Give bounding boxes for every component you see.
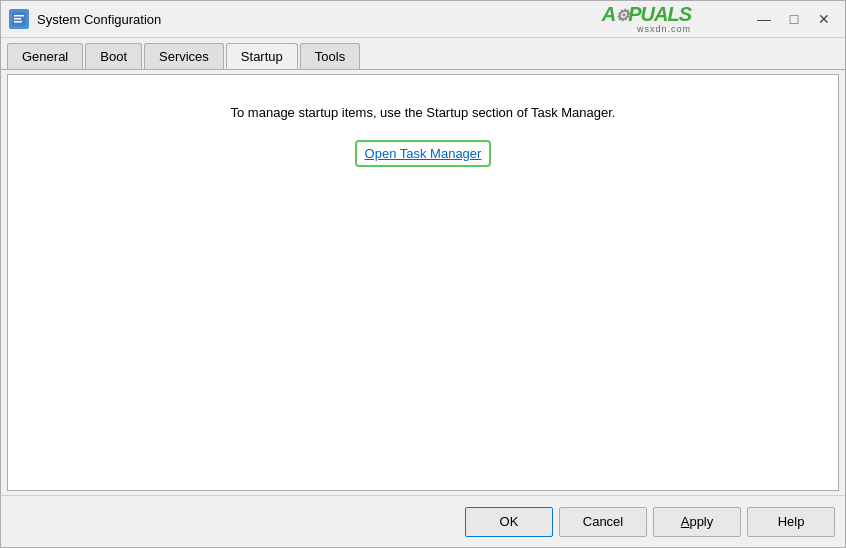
startup-info-text: To manage startup items, use the Startup… [231, 105, 616, 120]
system-configuration-window: System Configuration A⚙PUALS wsxdn.com —… [0, 0, 846, 548]
tab-services[interactable]: Services [144, 43, 224, 69]
svg-rect-3 [14, 21, 22, 23]
title-bar-controls: — □ ✕ [751, 6, 837, 32]
open-task-manager-wrapper: Open Task Manager [355, 140, 492, 167]
brand-sub: wsxdn.com [637, 25, 691, 35]
ok-button[interactable]: OK [465, 507, 553, 537]
open-task-manager-button[interactable]: Open Task Manager [365, 146, 482, 161]
window-title: System Configuration [37, 12, 161, 27]
tab-boot[interactable]: Boot [85, 43, 142, 69]
svg-rect-1 [14, 15, 24, 17]
apply-button[interactable]: Apply [653, 507, 741, 537]
tab-startup[interactable]: Startup [226, 43, 298, 69]
cancel-button[interactable]: Cancel [559, 507, 647, 537]
maximize-button[interactable]: □ [781, 6, 807, 32]
svg-rect-2 [14, 18, 21, 20]
tab-tools[interactable]: Tools [300, 43, 360, 69]
footer: OK Cancel Apply Help [1, 495, 845, 547]
title-bar: System Configuration A⚙PUALS wsxdn.com —… [1, 1, 845, 38]
tabs-bar: General Boot Services Startup Tools [1, 38, 845, 70]
brand-logo: A⚙PUALS [602, 3, 691, 25]
tab-general[interactable]: General [7, 43, 83, 69]
minimize-button[interactable]: — [751, 6, 777, 32]
close-button[interactable]: ✕ [811, 6, 837, 32]
tab-content-startup: To manage startup items, use the Startup… [7, 74, 839, 491]
app-icon [9, 9, 29, 29]
title-bar-left: System Configuration [9, 9, 161, 29]
help-button[interactable]: Help [747, 507, 835, 537]
